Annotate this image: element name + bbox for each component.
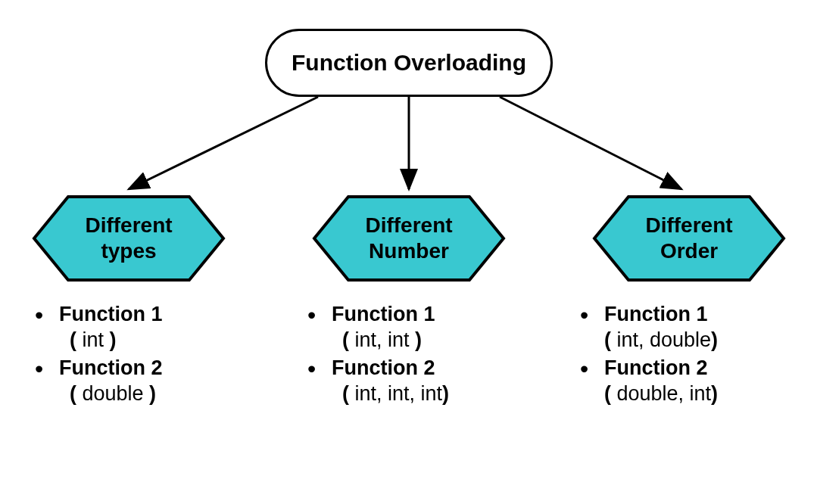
paren-open: ( [70, 382, 83, 405]
root-node: Function Overloading [265, 29, 553, 97]
func-name: Function 2 [604, 356, 708, 379]
func-params: ( int ) [59, 328, 257, 352]
list-item: Function 1 ( int, int ) [303, 303, 530, 352]
list-item: Function 2 ( double, int) [575, 356, 803, 406]
hex-label-number: Different Number [310, 193, 507, 284]
paren-close: ) [104, 328, 117, 351]
paren-close: ) [711, 382, 718, 405]
paren-close: ) [410, 328, 423, 351]
func-params: ( double, int) [604, 381, 803, 406]
column-types: Function 1 ( int ) Function 2 ( double ) [30, 303, 257, 411]
hex-label-order: Different Order [591, 193, 787, 284]
paren-open: ( [342, 328, 355, 351]
column-order: Function 1 ( int, double) Function 2 ( d… [575, 303, 803, 411]
paren-open: ( [70, 328, 83, 351]
hex-different-number: Different Number [310, 193, 507, 284]
paren-close: ) [711, 328, 718, 351]
root-title: Function Overloading [292, 50, 526, 76]
paren-open: ( [604, 328, 617, 351]
list-item: Function 2 ( double ) [30, 356, 257, 406]
paren-close: ) [144, 382, 157, 405]
svg-line-1 [129, 97, 318, 189]
list-item: Function 1 ( int, double) [575, 303, 803, 352]
column-number: Function 1 ( int, int ) Function 2 ( int… [303, 303, 530, 411]
list-order: Function 1 ( int, double) Function 2 ( d… [575, 303, 803, 406]
hex-different-types: Different types [30, 193, 227, 284]
hex-label-types: Different types [30, 193, 227, 284]
hex-different-order: Different Order [591, 193, 787, 284]
list-types: Function 1 ( int ) Function 2 ( double ) [30, 303, 257, 406]
paren-open: ( [342, 382, 355, 405]
func-name: Function 2 [59, 356, 163, 379]
func-name: Function 1 [59, 303, 163, 325]
paren-open: ( [604, 382, 617, 405]
svg-line-3 [500, 97, 681, 189]
func-params: ( int, double) [604, 328, 803, 352]
list-item: Function 2 ( int, int, int) [303, 356, 530, 406]
func-name: Function 2 [332, 356, 435, 379]
func-name: Function 1 [604, 303, 708, 325]
func-params: ( int, int, int) [332, 381, 530, 406]
paren-close: ) [442, 382, 449, 405]
func-params: ( int, int ) [332, 328, 530, 352]
list-number: Function 1 ( int, int ) Function 2 ( int… [303, 303, 530, 406]
func-params: ( double ) [59, 381, 257, 406]
list-item: Function 1 ( int ) [30, 303, 257, 352]
func-name: Function 1 [332, 303, 435, 325]
